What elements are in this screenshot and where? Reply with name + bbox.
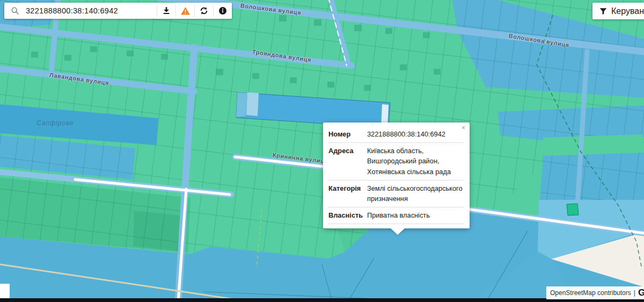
popup-value: Київська область, Вишгородський район, Х…	[367, 146, 463, 177]
popup-label: Категорія	[328, 183, 367, 204]
popup-arrow	[391, 228, 405, 235]
popup-label: Номер	[328, 129, 367, 139]
popup-label: Адреса	[328, 146, 367, 177]
brand-logo[interactable]: GitH	[638, 287, 644, 298]
refresh-button[interactable]	[194, 5, 213, 17]
popup-value: Землі сільськогосподарського призначення	[367, 183, 463, 204]
osm-attribution-link[interactable]: OpenStreetMap contributors	[550, 289, 631, 297]
manage-button-label: Керуван	[611, 6, 644, 16]
warning-button[interactable]	[175, 5, 194, 17]
download-icon	[162, 6, 171, 16]
popup-close-button[interactable]: ×	[462, 125, 465, 131]
refresh-icon	[199, 6, 209, 16]
search-input[interactable]	[25, 6, 157, 16]
manage-button[interactable]: Керуван	[592, 3, 644, 19]
download-button[interactable]	[157, 5, 175, 17]
popup-row-ownership: Власність Приватна власність	[328, 207, 463, 224]
popup-value: 3221888800:38:140:6942	[367, 129, 463, 139]
info-button[interactable]	[213, 5, 232, 17]
info-icon	[218, 6, 228, 16]
map-attribution: OpenStreetMap contributors | GitH	[546, 286, 644, 299]
popup-label: Власність	[328, 210, 367, 220]
search-icon	[11, 6, 19, 15]
popup-row-address: Адреса Київська область, Вишгородський р…	[328, 143, 463, 181]
green-strip-right[interactable]	[543, 134, 643, 156]
filter-funnel-icon	[599, 7, 608, 16]
popup-value: Приватна власність	[367, 210, 463, 220]
parcel-info-popup: × Номер 3221888800:38:140:6942 Адреса Ки…	[323, 123, 470, 228]
search-bar	[4, 3, 232, 19]
bottom-left-white-box	[0, 284, 10, 299]
attribution-separator: |	[634, 289, 635, 297]
warning-icon	[180, 6, 191, 16]
map-canvas[interactable]	[0, 0, 644, 302]
popup-row-number: Номер 3221888800:38:140:6942	[328, 126, 463, 143]
highlighted-parcel-right[interactable]	[567, 204, 579, 215]
cadastral-map-app: { "search": { "query": "3221888800:38:14…	[0, 0, 644, 302]
popup-row-category: Категорія Землі сільськогосподарського п…	[328, 181, 463, 207]
